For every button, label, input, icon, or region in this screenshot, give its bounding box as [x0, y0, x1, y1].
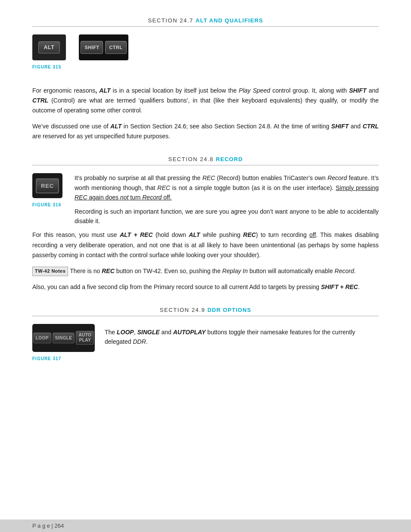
ddr-button-image: LOOP SINGLE AUTOPLAY: [32, 324, 95, 352]
spacer-3: [32, 298, 379, 307]
section-247-para2: We’ve discussed one use of ALT in Sectio…: [32, 121, 379, 141]
figure-317-label: FIGURE 317: [32, 356, 61, 361]
figure-315-label: FIGURE 315: [32, 65, 379, 69]
tw42-note-label: TW-42 Notes: [32, 267, 68, 276]
rec-para2: Recording is such an important function,…: [75, 207, 379, 226]
loop-button: LOOP: [33, 333, 51, 343]
section-248-prefix: SECTION 24.8: [168, 156, 216, 162]
bottom-spacer: [32, 365, 379, 417]
alt-button: ALT: [38, 41, 60, 53]
shift-button: SHIFT: [81, 41, 103, 54]
figure-315-row: ALT SHIFT CTRL: [32, 34, 379, 60]
rec-figure-col: REC FIGURE 316: [32, 173, 67, 226]
page-footer: P a g e | 264: [0, 520, 411, 532]
alt-button-image: ALT: [32, 34, 66, 60]
page-number: P a g e | 264: [32, 523, 64, 529]
section-247-divider: [32, 26, 379, 27]
spacer-1: [32, 77, 379, 86]
figure-316-label: FIGURE 316: [32, 202, 61, 207]
section-247-title: ALT AND QUALIFIERS: [196, 17, 263, 24]
page: SECTION 24.7 ALT AND QUALIFIERS ALT SHIF…: [0, 0, 411, 532]
ddr-text-col: The LOOP, SINGLE and AUTOPLAY buttons to…: [105, 324, 379, 361]
section-247-prefix: SECTION 24.7: [148, 17, 196, 24]
section-247-para1: For ergonomic reasons, ALT is in a speci…: [32, 86, 379, 115]
section-249-title: DDR OPTIONS: [207, 307, 251, 313]
ddr-figure-col: LOOP SINGLE AUTOPLAY FIGURE 317: [32, 324, 97, 361]
section-248-title: RECORD: [216, 156, 243, 162]
ctrl-button: CTRL: [105, 41, 126, 54]
rec-section: REC FIGURE 316 It’s probably no surprise…: [32, 173, 379, 226]
section-249-heading: SECTION 24.9 DDR OPTIONS: [32, 307, 379, 313]
rec-button-image: REC: [32, 173, 62, 198]
para-alt-rec: For this reason, you must use ALT + REC …: [32, 230, 379, 260]
section-247-heading: SECTION 24.7 ALT AND QUALIFIERS: [32, 17, 379, 24]
rec-para1: It’s probably no surprise at all that pr…: [75, 173, 379, 202]
section-248-divider: [32, 165, 379, 165]
shift-ctrl-image: SHIFT CTRL: [79, 34, 128, 60]
tw42-note-block: TW-42 NotesThere is no REC button on TW-…: [32, 266, 379, 276]
section-248-heading: SECTION 24.8 RECORD: [32, 156, 379, 162]
section-249-divider: [32, 316, 379, 316]
para-shift-rec: Also, you can add a five second clip fro…: [32, 282, 379, 292]
ddr-section: LOOP SINGLE AUTOPLAY FIGURE 317 The LOOP…: [32, 324, 379, 361]
rec-button: REC: [36, 178, 59, 193]
spacer-2: [32, 147, 379, 156]
single-button: SINGLE: [53, 333, 75, 343]
rec-text-col: It’s probably no surprise at all that pr…: [75, 173, 379, 226]
autoplay-button: AUTOPLAY: [76, 331, 94, 345]
section-249-prefix: SECTION 24.9: [160, 307, 208, 313]
figure-315-area: ALT SHIFT CTRL FIGURE 315: [32, 34, 379, 69]
